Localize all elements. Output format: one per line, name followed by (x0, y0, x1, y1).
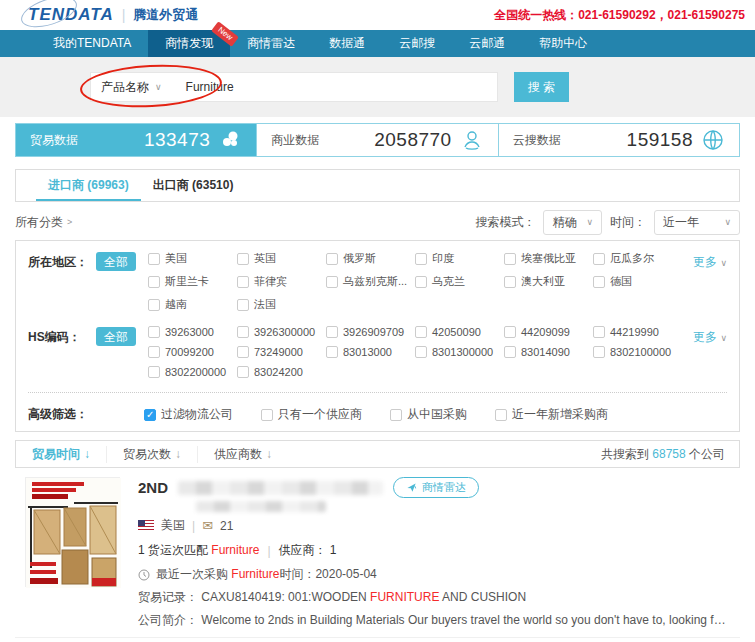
single-supplier-checkbox[interactable]: 只有一个供应商 (261, 406, 362, 423)
trade-record-row: 贸易记录： CAXU8140419: 001:WOODEN FURNITURE … (138, 589, 730, 606)
filter-logistics-checkbox[interactable]: 过滤物流公司 (144, 406, 233, 423)
company-meta-row: 美国 | ✉ 21 (138, 517, 730, 534)
checkbox-icon (593, 346, 605, 358)
purchase-from-china-checkbox[interactable]: 从中国采购 (390, 406, 467, 423)
top-header: TENDATA | 腾道外贸通 全国统一热线：021-61590292，021-… (0, 0, 755, 30)
region-checkbox-uk[interactable]: 英国 (237, 251, 326, 266)
sort-desc-icon: ↓ (266, 447, 272, 461)
company-name[interactable]: 2ND (138, 479, 168, 496)
hs-checkbox[interactable]: 42050090 (415, 326, 504, 338)
checkbox-icon (148, 253, 160, 265)
search-input[interactable]: Furniture (186, 80, 234, 94)
hs-checkbox[interactable]: 73249000 (237, 346, 326, 358)
stat-cloud-search-data[interactable]: 云搜数据 159158 (498, 124, 739, 156)
hs-checkbox[interactable]: 3926300000 (237, 326, 326, 338)
region-checkbox-srilanka[interactable]: 斯里兰卡 (148, 274, 237, 289)
hs-checkbox[interactable]: 8302200000 (148, 366, 237, 378)
checkbox-icon (237, 346, 249, 358)
checkbox-icon (326, 326, 338, 338)
chevron-down-icon: ∨ (586, 217, 593, 227)
company-profile-row: 公司简介： Welcome to 2nds in Building Materi… (138, 612, 730, 629)
hs-all-button[interactable]: 全部 (96, 327, 136, 346)
radar-cursor-icon (406, 482, 417, 493)
redacted-company-name (178, 481, 383, 495)
checkbox-icon (237, 299, 249, 311)
search-category-dropdown[interactable]: 产品名称 ∨ (91, 79, 172, 96)
hotline-text: 全国统一热线：021-61590292，021-61590275 (494, 7, 745, 24)
nav-item-cloud-mail-search[interactable]: 云邮搜 (382, 30, 452, 57)
search-button[interactable]: 搜 索 (514, 72, 569, 102)
company-thumbnail-barn-doors[interactable] (25, 477, 120, 587)
sort-desc-icon: ↓ (175, 447, 181, 461)
region-checkbox-vietnam[interactable]: 越南 (148, 297, 237, 312)
nav-item-cloud-mail[interactable]: 云邮通 (452, 30, 522, 57)
region-checkbox-ukraine[interactable]: 乌克兰 (415, 274, 504, 289)
region-checkbox-france[interactable]: 法国 (237, 297, 326, 312)
checkbox-icon (237, 276, 249, 288)
checkbox-icon (415, 253, 427, 265)
filter-panel: 所在地区： 全部 美国 英国 俄罗斯 印度 埃塞俄比亚 厄瓜多尔 斯里兰卡 菲律… (15, 240, 740, 432)
hs-checkbox[interactable]: 3926909709 (326, 326, 415, 338)
chevron-down-icon: ∨ (724, 217, 731, 227)
hs-checkbox[interactable]: 83024200 (237, 366, 326, 378)
time-range-select[interactable]: 近一年 ∨ (654, 210, 740, 235)
checkbox-icon (593, 253, 605, 265)
all-categories-link[interactable]: 所有分类 > (15, 214, 72, 231)
nav-item-radar[interactable]: 商情雷达 (230, 30, 312, 57)
chevron-right-icon: > (67, 217, 72, 227)
company-title-row: 2ND 商情雷达 (138, 477, 730, 498)
search-bar[interactable]: 产品名称 ∨ Furniture (90, 72, 498, 102)
checkbox-icon (415, 346, 427, 358)
advanced-filter-row: 高级筛选： 过滤物流公司 只有一个供应商 从中国采购 近一年新增采购商 (28, 403, 727, 423)
checkbox-icon (415, 326, 427, 338)
divider: | (192, 519, 195, 533)
sort-by-trade-count[interactable]: 贸易次数 ↓ (107, 446, 198, 463)
radar-button[interactable]: 商情雷达 (393, 477, 479, 498)
nav-item-my-tendata[interactable]: 我的TENDATA (36, 30, 148, 57)
molecule-icon (218, 128, 242, 152)
region-checkbox-ethiopia[interactable]: 埃塞俄比亚 (504, 251, 593, 266)
hs-checkbox[interactable]: 8302100000 (593, 346, 682, 358)
region-checkbox-australia[interactable]: 澳大利亚 (504, 274, 593, 289)
sort-by-trade-time[interactable]: 贸易时间 ↓ (30, 446, 107, 463)
hs-checkbox[interactable]: 44209099 (504, 326, 593, 338)
keyword-highlight: Furniture (231, 567, 279, 581)
region-checkbox-us[interactable]: 美国 (148, 251, 237, 266)
stat-business-data[interactable]: 商业数据 2058770 (256, 124, 497, 156)
tab-exporters[interactable]: 出口商 (63510) (141, 170, 246, 201)
tab-importers[interactable]: 进口商 (69963) (36, 170, 141, 201)
country-label: 美国 (161, 517, 185, 534)
hs-more-link[interactable]: 更多 ∨ (693, 326, 727, 386)
region-checkbox-uzbekistan[interactable]: 乌兹别克斯... (326, 274, 415, 289)
redacted-text (196, 501, 326, 512)
hs-checkbox[interactable]: 39263000 (148, 326, 237, 338)
region-filter-row: 所在地区： 全部 美国 英国 俄罗斯 印度 埃塞俄比亚 厄瓜多尔 斯里兰卡 菲律… (28, 251, 727, 320)
divider: | (267, 544, 270, 558)
region-all-button[interactable]: 全部 (96, 252, 136, 271)
new-buyers-checkbox[interactable]: 近一年新增采购商 (495, 406, 608, 423)
region-more-link[interactable]: 更多 ∨ (693, 251, 727, 320)
hs-checkbox[interactable]: 44219990 (593, 326, 682, 338)
hs-checkbox[interactable]: 83013000 (326, 346, 415, 358)
hs-checkbox[interactable]: 8301300000 (415, 346, 504, 358)
search-mode-select[interactable]: 精确 ∨ (543, 210, 602, 235)
region-checkbox-ecuador[interactable]: 厄瓜多尔 (593, 251, 682, 266)
nav-item-datatong[interactable]: 数据通 (312, 30, 382, 57)
nav-item-discovery[interactable]: 商情发现 New (148, 30, 230, 57)
hs-checkbox[interactable]: 83014090 (504, 346, 593, 358)
region-checkbox-india[interactable]: 印度 (415, 251, 504, 266)
sort-by-supplier-count[interactable]: 供应商数 ↓ (198, 446, 288, 463)
checkbox-checked-icon (144, 409, 156, 421)
checkbox-icon (237, 366, 249, 378)
region-checkbox-russia[interactable]: 俄罗斯 (326, 251, 415, 266)
nav-item-help-center[interactable]: 帮助中心 (522, 30, 604, 57)
mail-count: 21 (220, 519, 233, 533)
search-mode-label: 搜索模式： (475, 214, 535, 231)
region-checkbox-philippines[interactable]: 菲律宾 (237, 274, 326, 289)
company-result-item: 2ND 商情雷达 美国 | ✉ 21 1 货运次匹配 Furniture | 供… (15, 468, 740, 638)
company-result-item: 7 DA 商情雷达 美国 | ✉ 6 24 货运次匹配 Furniture | … (15, 638, 740, 642)
sort-desc-icon: ↓ (84, 447, 90, 461)
stat-trade-data[interactable]: 贸易数据 133473 (16, 124, 256, 156)
region-checkbox-germany[interactable]: 德国 (593, 274, 682, 289)
hs-checkbox[interactable]: 70099200 (148, 346, 237, 358)
